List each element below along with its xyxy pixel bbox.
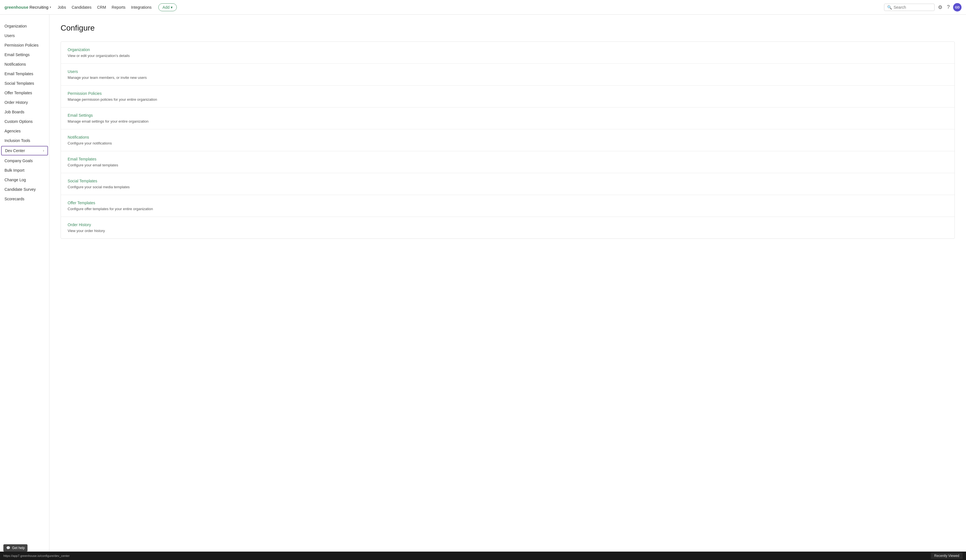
search-icon: 🔍 — [887, 5, 892, 10]
logo-green-text: greenhouse — [5, 5, 28, 10]
sidebar-item-order-history[interactable]: Order History — [0, 98, 49, 107]
section-title-permission-policies[interactable]: Permission Policies — [67, 91, 948, 96]
nav-crm[interactable]: CRM — [97, 5, 106, 10]
sidebar-item-company-goals[interactable]: Company Goals — [0, 156, 49, 166]
status-bar: https://app7.greenhouse.io/configure/dev… — [0, 552, 966, 560]
sidebar-label: Email Templates — [5, 72, 33, 76]
nav-links: Jobs Candidates CRM Reports Integrations — [58, 5, 152, 10]
section-title-notifications[interactable]: Notifications — [67, 135, 948, 140]
page-title: Configure — [61, 23, 955, 33]
section-desc-email-templates: Configure your email templates — [67, 163, 948, 167]
sidebar-item-organization[interactable]: Organization — [0, 21, 49, 31]
status-url: https://app7.greenhouse.io/configure/dev… — [3, 554, 70, 557]
section-desc-offer-templates: Configure offer templates for your entir… — [67, 207, 948, 211]
recently-viewed-label[interactable]: Recently Viewed — [931, 553, 963, 559]
sidebar-item-email-settings[interactable]: Email Settings — [0, 50, 49, 59]
section-order-history: Order History View your order history — [61, 217, 955, 238]
nav-reports[interactable]: Reports — [112, 5, 125, 10]
sidebar-label: Email Settings — [5, 53, 30, 57]
sidebar-item-social-templates[interactable]: Social Templates — [0, 79, 49, 88]
sidebar-label: Change Log — [5, 177, 26, 182]
add-button[interactable]: Add ▾ — [158, 3, 177, 11]
sidebar-item-users[interactable]: Users — [0, 31, 49, 40]
section-users: Users Manage your team members, or invit… — [61, 64, 955, 85]
search-bar[interactable]: 🔍 — [884, 4, 935, 11]
section-title-users[interactable]: Users — [67, 69, 948, 74]
sidebar-item-inclusion-tools[interactable]: Inclusion Tools — [0, 136, 49, 145]
section-notifications: Notifications Configure your notificatio… — [61, 129, 955, 151]
sidebar-label: Notifications — [5, 62, 26, 66]
section-title-organization[interactable]: Organization — [67, 48, 948, 52]
section-desc-social-templates: Configure your social media templates — [67, 185, 948, 189]
sidebar-label: Offer Templates — [5, 90, 32, 95]
topnav-right: 🔍 ⚙ ? GD — [884, 3, 961, 11]
section-social-templates: Social Templates Configure your social m… — [61, 173, 955, 195]
sidebar-label: Permission Policies — [5, 43, 38, 48]
sidebar-label: Order History — [5, 100, 28, 105]
search-input[interactable] — [894, 5, 932, 10]
page-layout: Organization Users Permission Policies E… — [0, 15, 966, 560]
sidebar-label: Bulk Import — [5, 168, 25, 172]
logo[interactable]: greenhouse Recruiting ▾ — [5, 5, 51, 10]
section-title-email-templates[interactable]: Email Templates — [67, 157, 948, 161]
section-title-order-history[interactable]: Order History — [67, 222, 948, 227]
sidebar-label: Users — [5, 33, 15, 38]
sidebar-label: Custom Options — [5, 119, 33, 124]
help-button[interactable]: 💬 Get help — [3, 544, 28, 552]
sidebar-label: Organization — [5, 24, 27, 28]
sidebar: Organization Users Permission Policies E… — [0, 15, 49, 560]
section-email-templates: Email Templates Configure your email tem… — [61, 151, 955, 173]
sidebar-chevron-icon: › — [43, 149, 44, 153]
section-desc-users: Manage your team members, or invite new … — [67, 76, 948, 80]
sidebar-label: Inclusion Tools — [5, 138, 30, 143]
content-area: Organization View or edit your organizat… — [61, 41, 955, 239]
sidebar-item-change-log[interactable]: Change Log — [0, 175, 49, 185]
sidebar-label: Agencies — [5, 129, 21, 133]
section-desc-notifications: Configure your notifications — [67, 141, 948, 145]
sidebar-label: Dev Center — [5, 148, 25, 153]
help-icon[interactable]: ? — [946, 3, 951, 11]
sidebar-item-offer-templates[interactable]: Offer Templates — [0, 88, 49, 98]
sidebar-label: Social Templates — [5, 81, 34, 85]
sidebar-item-scorecards[interactable]: Scorecards — [0, 194, 49, 204]
logo-black-text: Recruiting — [30, 5, 49, 10]
section-desc-order-history: View your order history — [67, 229, 948, 233]
sidebar-item-permission-policies[interactable]: Permission Policies — [0, 40, 49, 50]
help-button-label: Get help — [12, 546, 25, 550]
sidebar-label: Scorecards — [5, 197, 25, 201]
section-email-settings: Email Settings Manage email settings for… — [61, 107, 955, 129]
section-desc-organization: View or edit your organization's details — [67, 54, 948, 58]
logo-chevron-icon[interactable]: ▾ — [50, 6, 51, 9]
sidebar-item-job-boards[interactable]: Job Boards — [0, 107, 49, 117]
section-desc-email-settings: Manage email settings for your entire or… — [67, 119, 948, 123]
section-title-email-settings[interactable]: Email Settings — [67, 113, 948, 118]
avatar[interactable]: GD — [953, 3, 961, 11]
sidebar-item-email-templates[interactable]: Email Templates — [0, 69, 49, 79]
sidebar-item-candidate-survey[interactable]: Candidate Survey — [0, 185, 49, 194]
sidebar-label: Job Boards — [5, 110, 25, 114]
settings-icon[interactable]: ⚙ — [937, 3, 943, 11]
sidebar-item-dev-center[interactable]: Dev Center › — [1, 146, 48, 156]
help-chat-icon: 💬 — [6, 546, 10, 550]
sidebar-item-bulk-import[interactable]: Bulk Import — [0, 166, 49, 175]
section-title-social-templates[interactable]: Social Templates — [67, 179, 948, 183]
nav-candidates[interactable]: Candidates — [72, 5, 92, 10]
section-title-offer-templates[interactable]: Offer Templates — [67, 200, 948, 205]
section-desc-permission-policies: Manage permission policies for your enti… — [67, 97, 948, 102]
sidebar-label: Company Goals — [5, 159, 33, 163]
main-content: Configure Organization View or edit your… — [49, 15, 966, 560]
top-navigation: greenhouse Recruiting ▾ Jobs Candidates … — [0, 0, 966, 15]
nav-jobs[interactable]: Jobs — [58, 5, 66, 10]
nav-integrations[interactable]: Integrations — [131, 5, 151, 10]
section-permission-policies: Permission Policies Manage permission po… — [61, 85, 955, 107]
section-offer-templates: Offer Templates Configure offer template… — [61, 195, 955, 217]
sidebar-item-notifications[interactable]: Notifications — [0, 59, 49, 69]
sidebar-label: Candidate Survey — [5, 187, 36, 192]
sidebar-item-agencies[interactable]: Agencies — [0, 126, 49, 136]
sidebar-item-custom-options[interactable]: Custom Options — [0, 117, 49, 126]
section-organization: Organization View or edit your organizat… — [61, 42, 955, 64]
